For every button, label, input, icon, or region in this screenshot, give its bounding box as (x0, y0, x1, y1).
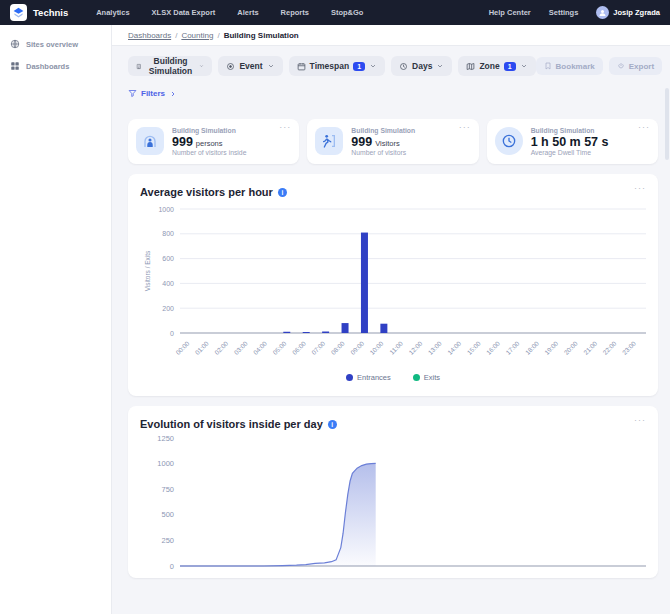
kpi-card-dwell-time: Building Simulation 1 h 50 m 57 s Averag… (487, 119, 658, 164)
kpi-menu-button[interactable]: ··· (279, 123, 291, 132)
sidebar-item-dashboards[interactable]: Dashboards (0, 55, 111, 77)
breadcrumb-separator: / (217, 31, 219, 40)
svg-text:18:00: 18:00 (524, 339, 541, 356)
svg-text:0: 0 (170, 330, 174, 337)
user-menu[interactable]: Josip Zgrada (596, 6, 660, 19)
legend-exits[interactable]: Exits (413, 373, 440, 382)
scrollbar-thumb[interactable] (665, 88, 669, 160)
brand-name[interactable]: Technis (33, 7, 68, 18)
svg-text:600: 600 (162, 255, 174, 262)
filters-expand-link[interactable]: Filters (128, 87, 177, 100)
kpi-caption: Average Dwell Time (531, 149, 612, 156)
svg-text:00:00: 00:00 (174, 339, 191, 356)
kpi-row: Building Simulation 999 persons Number o… (128, 119, 658, 164)
svg-text:0: 0 (170, 562, 174, 571)
kpi-value: 1 h 50 m 57 s (531, 135, 609, 149)
svg-text:1250: 1250 (157, 434, 174, 443)
export-button[interactable]: Export (609, 57, 662, 75)
svg-text:23:00: 23:00 (621, 339, 638, 356)
filter-building-simulation[interactable]: Building Simulation (128, 56, 212, 76)
kpi-menu-button[interactable]: ··· (459, 123, 471, 132)
nav-reports[interactable]: Reports (281, 8, 309, 17)
svg-text:01:00: 01:00 (194, 339, 211, 356)
svg-text:1000: 1000 (158, 206, 174, 213)
area-chart-visitors-inside[interactable]: 025050075010001250 (140, 434, 650, 576)
sidebar: Sites overview Dashboards (0, 25, 112, 614)
chevron-down-icon (436, 62, 444, 70)
globe-icon (10, 39, 20, 49)
filter-label: Days (412, 61, 432, 71)
info-icon[interactable]: i (278, 188, 287, 197)
svg-text:06:00: 06:00 (291, 339, 308, 356)
target-icon (226, 62, 235, 71)
bookmark-label: Bookmark (556, 62, 595, 71)
filter-days[interactable]: Days (391, 56, 452, 76)
zone-count-badge: 1 (504, 62, 516, 71)
svg-text:08:00: 08:00 (329, 339, 346, 356)
breadcrumb: Dashboards / Counting / Building Simulat… (112, 25, 670, 46)
nav-stopgo[interactable]: Stop&Go (331, 8, 364, 17)
breadcrumb-counting[interactable]: Counting (181, 31, 213, 40)
kpi-title: Building Simulation (351, 127, 415, 134)
calendar-icon (297, 62, 306, 71)
filter-event[interactable]: Event (218, 56, 282, 76)
kpi-menu-button[interactable]: ··· (638, 123, 650, 132)
svg-text:11:00: 11:00 (388, 339, 404, 355)
chart-card-evolution-visitors-inside: Evolution of visitors inside per day i ·… (128, 406, 658, 578)
dashboard-icon (10, 61, 20, 71)
svg-text:250: 250 (161, 536, 174, 545)
filter-bar: Building Simulation Event Timespan 1 (128, 56, 658, 76)
clock-icon (399, 62, 408, 71)
breadcrumb-dashboards[interactable]: Dashboards (128, 31, 171, 40)
timespan-count-badge: 1 (353, 62, 365, 71)
nav-alerts[interactable]: Alerts (237, 8, 258, 17)
info-icon[interactable]: i (328, 420, 337, 429)
svg-text:04:00: 04:00 (252, 339, 269, 356)
bar-chart-average-visitors[interactable]: 02004006008001000Visitors / Exits00:0001… (140, 203, 650, 367)
kpi-unit: Visitors (375, 139, 399, 148)
svg-text:750: 750 (161, 485, 174, 494)
chevron-down-icon (520, 62, 528, 70)
svg-text:10:00: 10:00 (368, 339, 385, 356)
kpi-value: 999 (172, 135, 193, 149)
building-icon (136, 62, 142, 71)
chart-menu-button[interactable]: ··· (634, 184, 646, 193)
chart-title: Average visitors per hour (140, 186, 273, 198)
svg-text:09:00: 09:00 (349, 339, 366, 356)
svg-text:16:00: 16:00 (485, 339, 502, 356)
svg-text:19:00: 19:00 (543, 339, 560, 356)
entrances-dot-icon (346, 374, 353, 381)
svg-text:07:00: 07:00 (310, 339, 327, 356)
breadcrumb-separator: / (175, 31, 177, 40)
kpi-value: 999 (351, 135, 372, 149)
nav-analytics[interactable]: Analytics (96, 8, 129, 17)
kpi-unit: persons (196, 139, 223, 148)
topbar: Technis Analytics XLSX Data Export Alert… (0, 0, 670, 25)
nav-xlsx-export[interactable]: XLSX Data Export (152, 8, 216, 17)
chevron-down-icon (199, 62, 204, 70)
sidebar-item-sites-overview[interactable]: Sites overview (0, 33, 111, 55)
kpi-icon-bg (136, 127, 164, 155)
export-icon (617, 62, 625, 70)
svg-text:15:00: 15:00 (465, 339, 482, 356)
main-area: Dashboards / Counting / Building Simulat… (112, 25, 670, 614)
chart-menu-button[interactable]: ··· (634, 416, 646, 425)
technis-logo-icon[interactable] (10, 4, 27, 21)
chart-title: Evolution of visitors inside per day (140, 418, 323, 430)
svg-text:02:00: 02:00 (213, 339, 230, 356)
svg-text:1000: 1000 (157, 459, 174, 468)
settings-link[interactable]: Settings (549, 8, 579, 17)
user-avatar (596, 6, 609, 19)
chevron-down-icon (267, 62, 275, 70)
legend-entrances[interactable]: Entrances (346, 373, 391, 382)
svg-text:Visitors / Exits: Visitors / Exits (144, 250, 151, 291)
svg-text:400: 400 (162, 280, 174, 287)
filter-timespan[interactable]: Timespan 1 (289, 56, 385, 76)
sidebar-item-label: Dashboards (26, 62, 69, 71)
dwell-clock-icon (501, 133, 517, 149)
filter-zone[interactable]: Zone 1 (458, 56, 535, 76)
filter-label: Timespan (310, 61, 350, 71)
bookmark-button[interactable]: Bookmark (536, 57, 603, 75)
help-center-link[interactable]: Help Center (489, 8, 531, 17)
svg-text:03:00: 03:00 (232, 339, 249, 356)
